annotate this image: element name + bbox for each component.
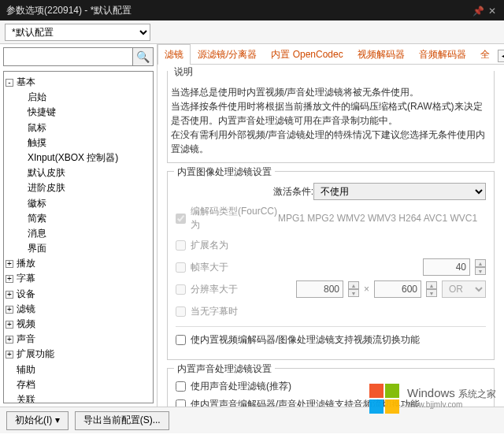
audio-stream-checkbox[interactable] <box>176 399 186 407</box>
tab-filter[interactable]: 滤镜 <box>158 44 191 65</box>
tree-child[interactable]: 鼠标 <box>6 121 151 136</box>
expand-icon[interactable]: + <box>6 260 13 268</box>
description-line: 当选择按条件使用时将根据当前播放文件的编码压缩格式(RAW格式)来决定是否使用。… <box>171 99 491 128</box>
times-label: × <box>364 284 369 295</box>
spin-up-icon: ▲ <box>475 259 486 267</box>
expand-icon[interactable]: + <box>6 291 13 299</box>
activate-select[interactable]: 不使用 <box>313 183 486 200</box>
description-title: 说明 <box>171 65 196 79</box>
tree-item[interactable]: +声音 <box>6 332 151 347</box>
ext-label: 扩展名为 <box>191 239 228 252</box>
collapse-icon[interactable]: - <box>6 79 13 87</box>
res-op-select: OR <box>442 280 486 298</box>
video-stream-label: 使内置视频编解码器/图像处理滤镜支持视频流切换功能 <box>191 333 420 347</box>
nosub-label: 当无字幕时 <box>191 305 238 318</box>
tab-bar: 滤镜 源滤镜/分离器 内置 OpenCodec 视频解码器 音频解码器 全 ◄ … <box>158 44 504 65</box>
tree-item[interactable]: +设备 <box>6 287 151 302</box>
profile-select[interactable]: *默认配置 <box>5 24 150 41</box>
search-input[interactable] <box>3 47 133 66</box>
description-group: 说明 当选择总是使用时内置视频/声音处理滤镜将被无条件使用。 当选择按条件使用时… <box>167 71 495 163</box>
expand-icon[interactable]: + <box>6 336 13 344</box>
tree-child[interactable]: 界面 <box>6 241 151 256</box>
fps-spinner: ▲▼ <box>475 259 486 275</box>
description-line: 在没有需利用外部视频/声音滤镜处理的特殊情况下建议您选择无条件使用内置滤镜。 <box>171 128 491 156</box>
close-icon[interactable]: ✕ <box>488 6 498 15</box>
fps-input <box>423 258 470 276</box>
audio-use-label: 使用声音处理滤镜(推荐) <box>191 380 291 393</box>
toolbar: *默认配置 <box>0 20 504 44</box>
expand-icon[interactable]: + <box>6 306 13 314</box>
right-panel: 滤镜 源滤镜/分离器 内置 OpenCodec 视频解码器 音频解码器 全 ◄ … <box>158 44 504 407</box>
ext-checkbox <box>176 240 186 251</box>
tree-item[interactable]: +视频 <box>6 317 151 332</box>
tree-child[interactable]: 消息 <box>6 226 151 241</box>
audio-filter-legend: 内置声音处理滤镜设置 <box>174 362 275 376</box>
pin-icon[interactable]: 📌 <box>472 6 482 15</box>
chevron-down-icon: ▾ <box>55 414 60 425</box>
audio-filter-group: 内置声音处理滤镜设置 使用声音处理滤镜(推荐) 使内置声音编解码器/声音处理滤镜… <box>167 368 495 407</box>
tree-item[interactable]: +扩展功能 <box>6 347 151 362</box>
tree-item[interactable]: 辅助 <box>6 362 151 377</box>
tree-item[interactable]: +播放 <box>6 256 151 271</box>
fourcc-label: 编解码类型(FourCC)为 <box>191 205 278 232</box>
video-filter-group: 内置图像处理滤镜设置 激活条件: 不使用 编解码类型(FourCC)为 MPG1… <box>167 171 495 360</box>
expand-icon[interactable]: + <box>6 321 13 329</box>
expand-icon[interactable]: + <box>6 275 13 283</box>
fps-checkbox <box>176 262 186 273</box>
tree-child[interactable]: 快捷键 <box>6 105 151 120</box>
tab-prev-button[interactable]: ◄ <box>498 50 504 62</box>
tree-item[interactable]: +字幕 <box>6 271 151 286</box>
activate-label: 激活条件: <box>176 185 313 199</box>
audio-use-checkbox[interactable] <box>176 381 186 392</box>
tab-opencodec[interactable]: 内置 OpenCodec <box>264 44 350 65</box>
tab-nav: ◄ ► <box>497 48 504 64</box>
tree-child[interactable]: 进阶皮肤 <box>6 180 151 195</box>
expand-icon[interactable]: + <box>6 351 13 358</box>
nav-tree[interactable]: -基本 启始 快捷键 鼠标 触摸 XInput(XBOX 控制器) 默认皮肤 进… <box>3 71 154 403</box>
search-row: 🔍 <box>3 47 154 66</box>
magnifier-icon: 🔍 <box>136 50 150 63</box>
init-button[interactable]: 初始化(I) ▾ <box>6 411 69 430</box>
tab-tail[interactable]: 全 <box>473 44 497 65</box>
tree-item[interactable]: 关联 <box>6 392 151 403</box>
video-filter-legend: 内置图像处理滤镜设置 <box>174 165 275 179</box>
tree-child[interactable]: 启始 <box>6 90 151 105</box>
left-panel: 🔍 -基本 启始 快捷键 鼠标 触摸 XInput(XBOX 控制器) 默认皮肤… <box>0 44 158 407</box>
window-title: 参数选项(220914) - *默认配置 <box>6 4 466 17</box>
tree-basic[interactable]: -基本 <box>6 75 151 90</box>
res-w-spinner: ▲▼ <box>348 281 359 297</box>
video-stream-checkbox[interactable] <box>176 335 186 345</box>
export-button[interactable]: 导出当前配置(S)... <box>75 411 169 430</box>
tree-child[interactable]: 触摸 <box>6 136 151 150</box>
fourcc-value: MPG1 MPG2 WMV2 WMV3 H264 AVC1 WVC1 <box>278 213 477 224</box>
tab-source[interactable]: 源滤镜/分离器 <box>191 44 264 65</box>
tree-child[interactable]: XInput(XBOX 控制器) <box>6 150 151 165</box>
content-area: 说明 当选择总是使用时内置视频/声音处理滤镜将被无条件使用。 当选择按条件使用时… <box>158 65 504 407</box>
res-label: 分辨率大于 <box>191 283 238 296</box>
tab-vdec[interactable]: 视频解码器 <box>350 44 412 65</box>
spin-down-icon: ▼ <box>475 267 486 275</box>
tree-item[interactable]: 存档 <box>6 377 151 392</box>
res-height-input <box>374 280 421 298</box>
tree-child[interactable]: 简索 <box>6 211 151 226</box>
titlebar: 参数选项(220914) - *默认配置 📌 ✕ <box>0 0 504 20</box>
search-button[interactable]: 🔍 <box>133 47 154 66</box>
fps-label: 帧率大于 <box>191 261 228 274</box>
res-h-spinner: ▲▼ <box>426 281 437 297</box>
res-checkbox <box>176 284 186 295</box>
fourcc-checkbox <box>176 214 186 224</box>
nosub-checkbox <box>176 306 186 317</box>
tree-child[interactable]: 默认皮肤 <box>6 165 151 180</box>
res-width-input <box>296 280 343 298</box>
tab-adec[interactable]: 音频解码器 <box>412 44 473 65</box>
separator <box>176 326 486 327</box>
description-line: 当选择总是使用时内置视频/声音处理滤镜将被无条件使用。 <box>171 85 491 99</box>
tree-child[interactable]: 徽标 <box>6 196 151 211</box>
tree-item[interactable]: +滤镜 <box>6 302 151 317</box>
audio-stream-label: 使内置声音编解码器/声音处理滤镜支持音频流切换功能 <box>191 398 420 407</box>
bottom-bar: 初始化(I) ▾ 导出当前配置(S)... <box>0 407 504 433</box>
